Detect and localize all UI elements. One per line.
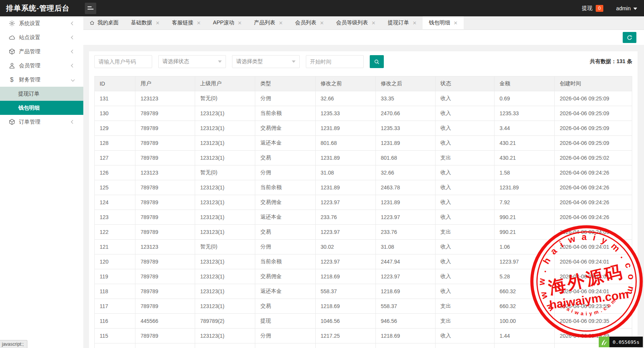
table-cell: 交易 xyxy=(255,225,315,240)
table-cell: 交易佣金 xyxy=(255,269,315,284)
sidebar-item-product-management[interactable]: 产品管理 xyxy=(0,44,83,59)
tab-member-level-list[interactable]: 会员等级列表 ✕ xyxy=(330,16,382,29)
leaf-icon[interactable] xyxy=(599,337,609,347)
tab-label: 会员等级列表 xyxy=(336,19,368,26)
table-cell: 分佣 xyxy=(255,165,315,180)
table-cell: 收入 xyxy=(435,121,494,136)
table-cell: 1235.33 xyxy=(495,106,555,121)
close-icon[interactable]: ✕ xyxy=(197,20,201,26)
user-menu[interactable]: admin xyxy=(616,5,637,11)
table-cell: 收入 xyxy=(435,269,494,284)
table-cell: 789789 xyxy=(135,269,195,284)
home-icon xyxy=(89,20,95,25)
sidebar-item-label: 财务管理 xyxy=(19,76,72,83)
table-cell: 120 xyxy=(95,254,135,269)
close-icon[interactable]: ✕ xyxy=(320,20,324,26)
tab-product-list[interactable]: 产品列表 ✕ xyxy=(248,16,289,29)
close-icon[interactable]: ✕ xyxy=(238,20,242,26)
table-cell: 660.32 xyxy=(495,284,555,299)
sidebar-item-finance-management[interactable]: $ 财务管理 xyxy=(0,73,83,87)
total-count: 共有数据：131 条 xyxy=(590,58,632,65)
search-button[interactable] xyxy=(370,55,384,68)
table-row: 130789789123123(1)当前余额1235.332470.66收入12… xyxy=(95,106,632,121)
sidebar-item-member-management[interactable]: 会员管理 xyxy=(0,59,83,73)
table-cell: 121 xyxy=(95,240,135,254)
table-cell: 5.28 xyxy=(495,269,555,284)
table-cell: 暂无(0) xyxy=(195,240,255,254)
tab-label: 基础数据 xyxy=(131,19,152,26)
tab-desktop[interactable]: 我的桌面 xyxy=(83,16,125,29)
table-cell: 收入 xyxy=(435,240,494,254)
table-cell: 2026-04-06 09:25:09 xyxy=(555,136,632,151)
close-icon[interactable]: ✕ xyxy=(279,20,283,26)
table-cell: 789789 xyxy=(135,299,195,314)
table-cell: 2026-04-06 09:24:09 xyxy=(555,225,632,240)
table-cell: 1223.97 xyxy=(375,269,435,284)
table-cell: 125 xyxy=(95,180,135,195)
table-cell: 收入 xyxy=(435,195,494,210)
start-time-input[interactable] xyxy=(306,55,364,68)
close-icon[interactable]: ✕ xyxy=(156,20,160,26)
close-icon[interactable]: ✕ xyxy=(453,20,458,26)
close-icon[interactable]: ✕ xyxy=(412,20,417,26)
table-cell: 2026-04-06 09:24:01 xyxy=(555,269,632,284)
table-cell: 123123(1) xyxy=(195,299,255,314)
table-cell: 233.76 xyxy=(375,225,435,240)
table-cell: 1217.25 xyxy=(315,329,375,343)
table-cell: 123123 xyxy=(135,165,195,180)
tab-label: 会员列表 xyxy=(295,19,316,26)
refresh-button[interactable] xyxy=(623,32,636,43)
sidebar-item-withdraw-orders[interactable]: 提现订单 xyxy=(0,87,83,101)
table-cell: 123123(1) xyxy=(195,106,255,121)
exec-time: 0.055695s xyxy=(609,337,643,347)
table-cell: 收入 xyxy=(435,180,494,195)
tab-member-list[interactable]: 会员列表 ✕ xyxy=(289,16,330,29)
status-select[interactable]: 请选择状态 xyxy=(158,55,226,68)
col-status: 状态 xyxy=(435,76,494,91)
table-cell: 暂无(0) xyxy=(195,165,255,180)
table-cell: 31.08 xyxy=(375,240,435,254)
sidebar-item-site-settings[interactable]: 站点设置 xyxy=(0,30,83,44)
table-row: 118789789123123(1)返还本金558.371218.69收入660… xyxy=(95,284,632,299)
table-cell: 116 xyxy=(95,314,135,329)
col-after: 修改之后 xyxy=(375,76,435,91)
col-user: 用户 xyxy=(135,76,195,91)
sidebar-item-system-settings[interactable]: 系统设置 xyxy=(0,16,83,30)
tab-wallet-details[interactable]: 钱包明细 ✕ xyxy=(423,16,464,29)
table-cell: 暂无(0) xyxy=(195,91,255,106)
close-icon[interactable]: ✕ xyxy=(372,20,376,26)
sidebar-item-label: 提现订单 xyxy=(18,91,40,97)
col-before: 修改之前 xyxy=(315,76,375,91)
table-row: 126123123暂无(0)分佣31.0832.66收入1.582026-04-… xyxy=(95,165,632,180)
withdraw-link[interactable]: 提现 0 xyxy=(582,5,603,12)
tab-basic-data[interactable]: 基础数据 ✕ xyxy=(125,16,166,29)
tab-app-scroll[interactable]: APP滚动 ✕ xyxy=(207,16,248,29)
user-number-input[interactable] xyxy=(94,55,152,68)
table-cell: 2026-04-06 09:24:26 xyxy=(555,195,632,210)
table-cell: 返还本金 xyxy=(255,136,315,151)
table-cell: 31.08 xyxy=(315,165,375,180)
tab-service-links[interactable]: 客服链接 ✕ xyxy=(166,16,207,29)
table-row: 122789789123123(1)交易1223.97233.76支出990.2… xyxy=(95,225,632,240)
type-select[interactable]: 请选择类型 xyxy=(232,55,300,68)
table-cell: 445566 xyxy=(135,314,195,329)
table-row: 128789789123123(1)返还本金801.681231.89收入430… xyxy=(95,136,632,151)
table-cell: 1218.69 xyxy=(315,269,375,284)
table-row: 117789789123123(1)交易1218.69558.37支出660.3… xyxy=(95,299,632,314)
table-cell: 1231.89 xyxy=(375,136,435,151)
table-cell: 123123(1) xyxy=(195,225,255,240)
table-cell: 当前余额 xyxy=(255,254,315,269)
sidebar-toggle-button[interactable] xyxy=(85,3,96,14)
table-cell: 558.37 xyxy=(315,284,375,299)
sidebar-item-order-management[interactable]: 订单管理 xyxy=(0,115,83,129)
table-cell: 123123(1) xyxy=(195,121,255,136)
sidebar-item-wallet-details[interactable]: 钱包明细 xyxy=(0,101,83,115)
tab-label: 产品列表 xyxy=(254,19,275,26)
table-cell: 1223.97 xyxy=(495,254,555,269)
table-cell xyxy=(195,343,255,348)
table-cell: 1046.56 xyxy=(315,314,375,329)
table-body: 131123123暂无(0)分佣32.6633.35收入0.692026-04-… xyxy=(95,91,632,348)
tab-withdraw-orders[interactable]: 提现订单 ✕ xyxy=(382,16,423,29)
table-cell: 2026-04-06 09:24:01 xyxy=(555,254,632,269)
table-cell: 789789 xyxy=(135,210,195,225)
